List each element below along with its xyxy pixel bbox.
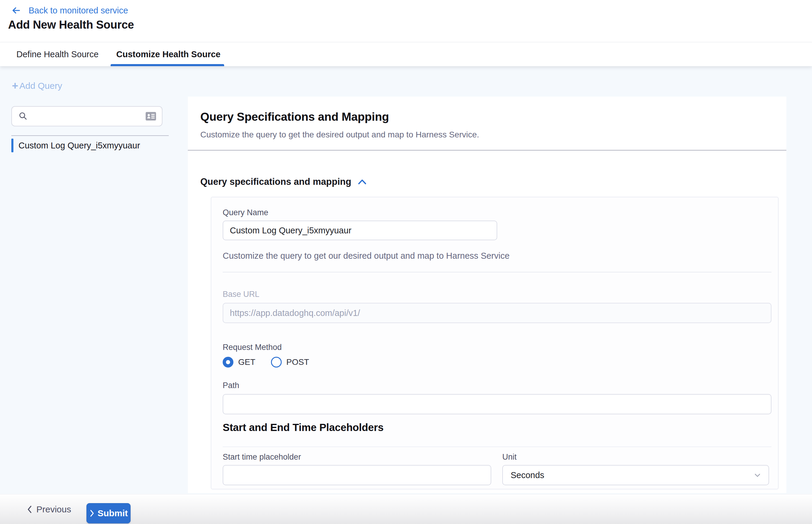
panel-header-divider [188,150,786,150]
radio-get[interactable] [223,357,233,367]
radio-post-label[interactable]: POST [287,357,309,367]
query-item-label: Custom Log Query_i5xmyyuaur [18,141,140,150]
unit-selected-value: Seconds [510,470,544,480]
query-list-item[interactable]: Custom Log Query_i5xmyyuaur [11,138,140,153]
chevron-up-icon [358,179,367,185]
tab-define-health-source[interactable]: Define Health Source [16,42,99,66]
add-query-label: Add Query [19,81,62,91]
request-method-radio-group: GET POST [223,356,309,369]
previous-button[interactable]: Previous [26,494,71,524]
active-tab-underline [111,64,224,66]
start-time-input[interactable] [223,465,491,485]
query-search-box [11,106,162,126]
query-form-card: Query Name Customize the query to get ou… [211,197,779,489]
start-time-label: Start time placeholder [223,453,301,462]
tab-define-label: Define Health Source [16,49,99,59]
submit-button[interactable]: Submit [86,503,131,523]
form-divider [223,272,772,273]
footer-bar: Previous Submit [0,494,812,524]
selected-indicator-bar [11,138,13,152]
unit-select[interactable]: Seconds [502,465,769,485]
tab-bar: Define Health Source Customize Health So… [0,42,812,66]
page-header: Back to monitored service Add New Health… [0,0,812,42]
panel-title: Query Specifications and Mapping [200,110,389,124]
card-view-icon[interactable] [145,112,157,121]
base-url-input [223,303,772,323]
plus-icon: + [12,81,18,91]
query-spec-panel: Query Specifications and Mapping Customi… [188,97,786,493]
add-query-button[interactable]: + Add Query [12,81,62,91]
radio-post[interactable] [271,357,282,367]
query-name-help-text: Customize the query to get our desired o… [223,251,509,261]
chevron-left-icon [26,505,33,513]
tab-customize-health-source[interactable]: Customize Health Source [116,42,221,66]
content-area: + Add Query Custom Log Query_i5xmyyuaur [0,66,812,494]
back-link[interactable]: Back to monitored service [11,5,128,16]
chevron-down-icon [753,471,762,479]
tab-customize-label: Customize Health Source [116,49,221,59]
arrow-left-icon [11,6,21,15]
chevron-right-icon [89,509,95,517]
path-label: Path [223,381,239,390]
base-url-label: Base URL [223,290,259,299]
section-collapse-toggle[interactable]: Query specifications and mapping [200,177,367,187]
time-placeholders-divider [223,446,772,447]
request-method-label: Request Method [223,343,282,352]
search-icon [18,112,28,121]
section-title: Query specifications and mapping [200,177,351,187]
time-placeholders-title: Start and End Time Placeholders [223,422,384,433]
sidebar-divider [11,135,169,136]
back-link-label: Back to monitored service [29,5,128,16]
query-name-label: Query Name [223,208,268,217]
add-health-source-page: Back to monitored service Add New Health… [0,0,812,524]
search-input[interactable] [33,112,145,121]
submit-label: Submit [97,508,128,518]
panel-subtitle: Customize the query to get the desired o… [200,130,479,140]
unit-label: Unit [502,453,517,462]
path-input[interactable] [223,394,772,414]
query-name-input[interactable] [223,220,497,240]
radio-get-label[interactable]: GET [238,357,256,367]
previous-label: Previous [36,504,71,514]
page-title: Add New Health Source [8,18,134,31]
